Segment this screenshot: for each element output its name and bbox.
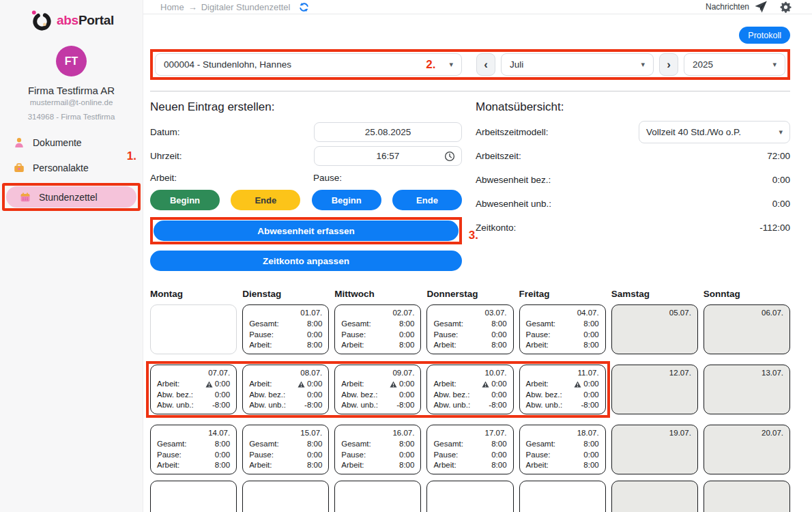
panels: Neuen Eintrag erstellen: Datum: 25.08.20… xyxy=(150,100,790,271)
cell-date: 20.07. xyxy=(710,428,783,438)
sidebar-item-personalakte[interactable]: Personalakte xyxy=(0,158,143,177)
cell-row: Abw. unb.:-8:00 xyxy=(249,400,322,411)
calendar-day-cell[interactable]: 08.07.Arbeit:0:00Abw. bez.:0:00Abw. unb.… xyxy=(242,365,329,414)
cell-date: 10.07. xyxy=(433,368,506,378)
annotation-box-3: Abwesenheit erfassen 3. xyxy=(150,217,462,244)
calendar-day-cell[interactable]: 18.07.Gesamt:8:00Pause:0:00Arbeit:8:00 xyxy=(519,425,606,474)
cell-row: Pause:0:00 xyxy=(433,330,506,341)
work-begin-button[interactable]: Beginn xyxy=(150,190,220,210)
cell-row: Gesamt:8:00 xyxy=(433,439,506,450)
calendar-day-cell[interactable] xyxy=(426,481,513,512)
month-select[interactable]: Juli ▾ xyxy=(501,53,654,76)
refresh-icon[interactable] xyxy=(299,2,309,12)
cell-row: Pause:0:00 xyxy=(526,450,599,461)
send-icon xyxy=(754,0,768,14)
cell-label: Gesamt: xyxy=(526,439,555,450)
calendar-day-cell[interactable] xyxy=(611,481,698,512)
day-header: Freitag xyxy=(519,289,606,299)
calendar-day-cell[interactable] xyxy=(519,481,606,512)
calendar-grid: MontagDienstagMittwochDonnerstagFreitagS… xyxy=(150,289,790,512)
calendar-day-cell[interactable]: 06.07. xyxy=(704,304,790,354)
calendar-day-cell[interactable]: 16.07.Gesamt:8:00Pause:0:00Arbeit:8:00 xyxy=(334,425,421,474)
annotation-box-2: 000004 - Stundenlohn, Hannes 2. ▾ ‹ Juli… xyxy=(150,49,790,80)
cell-row: Pause:0:00 xyxy=(526,330,599,341)
cell-value: -8:00 xyxy=(489,400,506,411)
calendar-day-cell[interactable]: 11.07.Arbeit:0:00Abw. bez.:0:00Abw. unb.… xyxy=(519,365,606,414)
calendar-day-cell[interactable]: 15.07.Gesamt:8:00Pause:0:00Arbeit:8:00 xyxy=(242,425,329,474)
calendar-day-cell[interactable]: 04.07.Gesamt:8:00Pause:0:00Arbeit:8:00 xyxy=(519,304,606,354)
absence-button[interactable]: Abwesenheit erfassen xyxy=(154,221,459,241)
cell-label: Arbeit: xyxy=(249,460,272,471)
year-select[interactable]: 2025 ▾ xyxy=(684,53,785,76)
calendar-day-cell[interactable]: 14.07.Gesamt:8:00Pause:0:00Arbeit:8:00 xyxy=(150,425,237,474)
month-select-value: Juli xyxy=(510,59,523,70)
cell-row: Abw. unb.:-8:00 xyxy=(526,400,599,411)
sidebar-item-stundenzettel[interactable]: Stundenzettel xyxy=(6,186,136,208)
work-end-button[interactable]: Ende xyxy=(231,190,300,210)
cell-value: -8:00 xyxy=(212,400,230,411)
cell-row: Arbeit:8:00 xyxy=(526,460,599,471)
calendar-day-cell[interactable] xyxy=(334,481,421,512)
calendar-day-cell[interactable]: 03.07.Gesamt:8:00Pause:0:00Arbeit:8:00 xyxy=(426,304,513,354)
protokoll-button[interactable]: Protokoll xyxy=(739,27,790,44)
cell-value: 0:00 xyxy=(491,330,506,341)
cell-row: Abw. bez.:0:00 xyxy=(526,390,599,401)
cell-date: 13.07. xyxy=(710,368,783,378)
cell-value: 0:00 xyxy=(215,450,230,461)
breadcrumb-home[interactable]: Home xyxy=(160,2,184,12)
employee-select[interactable]: 000004 - Stundenlohn, Hannes 2. ▾ xyxy=(155,53,462,76)
pause-begin-button[interactable]: Beginn xyxy=(312,190,381,210)
annotation-step-3: 3. xyxy=(469,229,478,242)
cell-label: Pause: xyxy=(433,450,458,461)
cell-row: Arbeit:8:00 xyxy=(433,340,506,351)
prev-month-button[interactable]: ‹ xyxy=(476,53,495,76)
date-input[interactable]: 25.08.2025 xyxy=(314,122,462,142)
cell-row: Abw. bez.:0:00 xyxy=(433,390,506,401)
calendar-day-cell[interactable]: 12.07. xyxy=(611,365,698,414)
calendar-day-cell[interactable] xyxy=(704,481,790,512)
cell-value: 8:00 xyxy=(583,439,598,450)
time-label: Uhrzeit: xyxy=(150,151,182,161)
cell-date: 11.07. xyxy=(526,368,599,378)
day-header: Donnerstag xyxy=(426,289,513,299)
calendar-day-cell[interactable] xyxy=(150,304,237,354)
chevron-down-icon: ▾ xyxy=(635,60,645,69)
pause-end-button[interactable]: Ende xyxy=(392,190,462,210)
cell-label: Arbeit: xyxy=(433,340,456,351)
overview-row: Arbeitszeitmodell:Vollzeit 40 Std./Wo o.… xyxy=(476,122,790,142)
calendar-day-cell[interactable]: 07.07.Arbeit:0:00Abw. bez.:0:00Abw. unb.… xyxy=(150,365,237,414)
overview-row: Abwesenheit unb.:0:00 xyxy=(476,194,790,214)
calendar-day-cell[interactable]: 10.07.Arbeit:0:00Abw. bez.:0:00Abw. unb.… xyxy=(426,365,513,414)
overview-row: Arbeitszeit:72:00 xyxy=(476,146,790,166)
gear-icon[interactable] xyxy=(780,1,792,13)
calendar-day-cell[interactable]: 19.07. xyxy=(611,425,698,474)
worktime-model-select[interactable]: Vollzeit 40 Std./Wo o.P.▾ xyxy=(639,121,790,143)
cell-value: 0:00 xyxy=(583,390,598,401)
calendar-day-cell[interactable]: 05.07. xyxy=(611,304,698,354)
calendar-day-cell[interactable] xyxy=(242,481,329,512)
time-input[interactable]: 16:57 xyxy=(314,146,462,166)
cell-label: Arbeit: xyxy=(341,379,364,390)
calendar-day-cell[interactable]: 20.07. xyxy=(704,425,790,474)
next-month-button[interactable]: › xyxy=(659,53,678,76)
time-input-value: 16:57 xyxy=(377,151,400,161)
cell-value: 8:00 xyxy=(215,439,230,450)
timebank-button[interactable]: Zeitkonto anpassen xyxy=(150,251,462,271)
clock-icon[interactable] xyxy=(444,151,455,162)
sidebar-item-dokumente[interactable]: Dokumente xyxy=(0,132,143,152)
brand-name: absPortal xyxy=(57,13,114,28)
calendar-day-cell[interactable]: 01.07.Gesamt:8:00Pause:0:00Arbeit:8:00 xyxy=(242,304,329,354)
cell-date: 19.07. xyxy=(618,428,691,438)
work-pause-labels: Arbeit: Pause: xyxy=(150,173,462,184)
calendar-day-cell[interactable]: 02.07.Gesamt:8:00Pause:0:00Arbeit:8:00 xyxy=(334,304,421,354)
avatar: FT xyxy=(56,46,87,76)
calendar-day-cell[interactable]: 09.07.Arbeit:0:00Abw. bez.:0:00Abw. unb.… xyxy=(334,365,421,414)
calendar-day-cell[interactable] xyxy=(150,481,237,512)
messages-button[interactable]: Nachrichten xyxy=(706,0,768,14)
cell-label: Gesamt: xyxy=(249,439,278,450)
calendar-day-cell[interactable]: 17.07.Gesamt:8:00Pause:0:00Arbeit:8:00 xyxy=(426,425,513,474)
calendar-day-cell[interactable]: 13.07. xyxy=(704,365,790,414)
cell-value: 8:00 xyxy=(399,439,414,450)
cell-date: 17.07. xyxy=(433,428,506,438)
company-id: 314968 - Firma Testfirma xyxy=(0,113,143,121)
